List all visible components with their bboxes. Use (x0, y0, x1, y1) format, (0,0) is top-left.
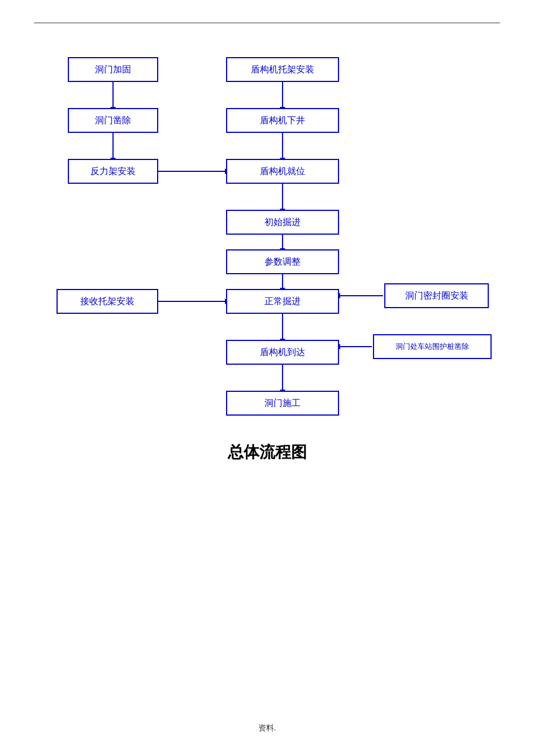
footer-text: 资料. (258, 723, 276, 733)
box-hulanzha: 洞门处车站围护桩凿除 (373, 334, 492, 359)
box-fanli: 反力架安装 (68, 159, 158, 184)
top-divider (34, 23, 500, 23)
box-dongchu: 洞门凿除 (68, 108, 158, 133)
box-zhengchang: 正常掘进 (226, 289, 339, 314)
box-mifeng: 洞门密封圈安装 (384, 283, 489, 308)
box-dongmen-shigong: 洞门施工 (226, 391, 339, 416)
box-dongjia: 洞门加固 (68, 57, 158, 82)
box-tuojia: 盾构机托架安装 (226, 57, 339, 82)
chart-title: 总体流程图 (34, 442, 500, 463)
box-xiajing: 盾构机下井 (226, 108, 339, 133)
box-daoda: 盾构机到达 (226, 340, 339, 365)
box-canshu: 参数调整 (226, 249, 339, 274)
flow-diagram: 洞门加固 洞门凿除 反力架安装 接收托架安装 盾构机托架安装 盾构机下井 盾构机… (34, 40, 500, 425)
box-chushi: 初始掘进 (226, 210, 339, 235)
page: 洞门加固 洞门凿除 反力架安装 接收托架安装 盾构机托架安装 盾构机下井 盾构机… (0, 0, 534, 756)
box-jiuwei: 盾构机就位 (226, 159, 339, 184)
box-jieshou: 接收托架安装 (57, 289, 158, 314)
